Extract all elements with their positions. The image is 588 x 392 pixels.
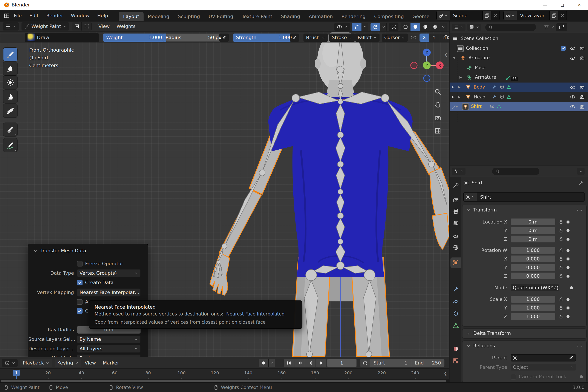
viewlayer-remove-button[interactable]: [558, 11, 566, 20]
animate-dot[interactable]: [580, 375, 583, 378]
parent-field[interactable]: [511, 354, 576, 361]
current-frame-field[interactable]: 1: [327, 359, 357, 367]
preview-range-icon[interactable]: [362, 360, 368, 366]
pan-control-icon[interactable]: [434, 101, 442, 108]
timeline-menu-playback[interactable]: Playback: [20, 359, 52, 367]
lock-icon[interactable]: [558, 296, 564, 302]
tab-world[interactable]: [450, 242, 461, 252]
use-preview-range-button[interactable]: [360, 359, 370, 367]
blur-tool-button[interactable]: [4, 62, 17, 75]
disable-render-toggle-icon[interactable]: [580, 46, 585, 51]
value-field[interactable]: 1.000: [511, 296, 555, 302]
menu-edit[interactable]: Edit: [26, 10, 42, 21]
animate-dot[interactable]: [566, 257, 570, 260]
hide-viewport-toggle-icon[interactable]: [570, 55, 576, 61]
mode-dropdown[interactable]: Weight Paint: [22, 22, 69, 30]
camera-view-control-icon[interactable]: [434, 114, 442, 122]
value-field[interactable]: 0.000: [511, 255, 555, 262]
minimize-button[interactable]: ―: [536, 0, 554, 10]
cursor-dropdown[interactable]: Cursor: [382, 33, 408, 42]
dropdown-source-layers-sel-[interactable]: By Name: [77, 335, 140, 343]
tab-texture[interactable]: [450, 356, 461, 366]
animate-dot[interactable]: [566, 238, 570, 240]
average-tool-button[interactable]: [4, 76, 17, 89]
vertex-mask-icon[interactable]: [84, 24, 89, 29]
close-button[interactable]: ✕: [571, 0, 588, 10]
outliner-row-armature[interactable]: ▶Armature65: [450, 73, 588, 82]
scene-new-button[interactable]: [482, 11, 491, 20]
dropdown-destination-layer-[interactable]: All Layers: [77, 344, 140, 353]
toggle-grid-control-icon[interactable]: [434, 127, 442, 134]
tab-render[interactable]: [450, 195, 461, 205]
play-reverse-icon[interactable]: [308, 360, 313, 366]
tab-tool[interactable]: [450, 180, 461, 190]
outliner-row-body[interactable]: ▶Body: [450, 82, 588, 92]
stroke-dropdown[interactable]: Stroke: [329, 33, 355, 42]
animate-dot[interactable]: [566, 306, 570, 309]
parent-type-dropdown[interactable]: Object: [511, 364, 576, 370]
tab-modeling[interactable]: Modeling: [144, 12, 174, 21]
sidebar-toggle[interactable]: ❮: [444, 52, 448, 57]
shading-dropdown[interactable]: [440, 22, 447, 31]
delta-collapse-icon[interactable]: [466, 331, 471, 336]
tab-compositing[interactable]: Compositing: [370, 12, 408, 21]
animate-dot[interactable]: [566, 266, 570, 269]
outliner-row-pose[interactable]: Pose: [450, 63, 588, 73]
disable-render-toggle-icon[interactable]: [580, 55, 585, 61]
radius-slider[interactable]: Radius50 px: [162, 33, 224, 42]
material-shading-icon[interactable]: [422, 24, 428, 30]
properties-options-dropdown[interactable]: [577, 168, 584, 175]
value-field[interactable]: 0 m: [511, 218, 555, 225]
shading-rendered-button[interactable]: [430, 22, 440, 31]
auto-key-record-button[interactable]: [259, 359, 269, 367]
viewlayer-close-icon[interactable]: [560, 13, 565, 18]
proportional-chevron-icon[interactable]: [363, 25, 367, 28]
auto-key-dropdown[interactable]: [269, 359, 275, 367]
outliner-row-armature[interactable]: ▼Armature: [450, 53, 588, 63]
annotate-tool-button[interactable]: [4, 138, 17, 152]
jump-to-start-icon[interactable]: [286, 360, 292, 366]
viewlayer-browse[interactable]: [504, 11, 517, 20]
scene-unlink-button[interactable]: [491, 11, 500, 20]
hide-viewport-toggle-icon[interactable]: [570, 46, 576, 51]
timeline-menu-keying[interactable]: Keying: [54, 359, 81, 367]
menu-render[interactable]: Render: [42, 10, 67, 21]
disable-render-toggle-icon[interactable]: [580, 94, 585, 100]
animate-dot[interactable]: [566, 315, 570, 318]
outliner-filter-display-dropdown[interactable]: [467, 24, 481, 31]
timeline-right-arrow[interactable]: ❮: [444, 371, 447, 376]
value-field[interactable]: 1.000: [511, 313, 555, 320]
proportional-edit-icon[interactable]: [354, 24, 360, 30]
previous-keyframe-button[interactable]: [294, 359, 305, 367]
tab-view-layer[interactable]: [450, 218, 461, 228]
record-chevron-icon[interactable]: [270, 361, 274, 365]
tab-texture-paint[interactable]: Texture Paint: [238, 12, 276, 21]
disable-render-toggle-icon[interactable]: [580, 84, 585, 90]
editor-type-button[interactable]: [2, 22, 19, 30]
previous-keyframe-icon[interactable]: [297, 360, 302, 366]
scene-close-icon[interactable]: [493, 13, 498, 18]
animate-dot[interactable]: [566, 298, 570, 301]
outliner-row-collection[interactable]: Collection: [450, 44, 588, 53]
dropdown-mix-mode[interactable]: Replace: [77, 354, 140, 357]
wireframe-shading-icon[interactable]: [402, 24, 408, 30]
tab-uv-editing[interactable]: UV Editing: [204, 12, 238, 21]
timeline-editor-type-button[interactable]: [2, 359, 18, 367]
hide-viewport-toggle-icon[interactable]: [570, 104, 576, 110]
delta-transform-header[interactable]: Delta Transform: [462, 329, 586, 338]
drag-dots[interactable]: ∷∷: [577, 208, 582, 212]
shading-material-button[interactable]: [420, 22, 430, 31]
transform-panel-header[interactable]: Transform∷∷: [462, 205, 586, 215]
gradient-tool-button[interactable]: [4, 104, 17, 117]
collection-checkbox[interactable]: [561, 46, 566, 51]
tab-modifiers[interactable]: [450, 284, 461, 294]
record-icon[interactable]: [261, 360, 266, 366]
new-collection-button[interactable]: [556, 23, 567, 31]
outliner-display-mode-dropdown[interactable]: [452, 24, 466, 31]
relations-header[interactable]: Relations∷∷: [462, 341, 586, 351]
viewlayer-selector[interactable]: ViewLayer: [503, 11, 567, 20]
shading-solid-button[interactable]: [410, 22, 420, 31]
lock-icon[interactable]: [558, 219, 564, 224]
rotation-mode-dropdown[interactable]: Quaternion (WXYZ): [511, 284, 559, 291]
render-region-icon[interactable]: [391, 24, 396, 30]
